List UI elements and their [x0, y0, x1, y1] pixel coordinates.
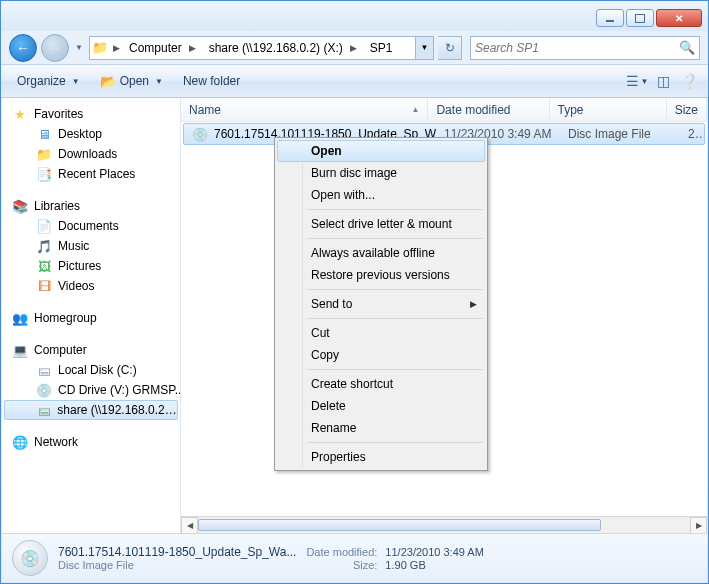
maximize-button[interactable]	[626, 9, 654, 27]
menu-rename[interactable]: Rename	[277, 417, 485, 439]
search-icon[interactable]: 🔍	[677, 40, 695, 55]
chevron-down-icon: ▼	[72, 77, 80, 86]
menu-label: Send to	[311, 297, 352, 311]
tree-computer[interactable]: 💻Computer	[2, 340, 180, 360]
details-filetype: Disc Image File	[58, 559, 296, 571]
address-bar[interactable]: 📁 ▶ Computer▶ share (\\192.168.0.2) (X:)…	[89, 36, 434, 60]
button-label: Organize	[17, 74, 66, 88]
button-label: New folder	[183, 74, 240, 88]
tree-pictures[interactable]: 🖼Pictures	[2, 256, 180, 276]
toolbar: Organize▼ 📂Open▼ New folder ☰▼ ◫ ❔	[1, 64, 708, 98]
chevron-right-icon[interactable]: ▶	[347, 43, 360, 53]
column-label: Date modified	[436, 103, 510, 117]
tree-label: Homegroup	[34, 311, 97, 325]
refresh-button[interactable]: ↻	[438, 36, 462, 60]
button-label: Open	[120, 74, 149, 88]
tree-share-drive[interactable]: 🖴share (\\192.168.0.2) (X:)	[4, 400, 178, 420]
breadcrumb-sp1[interactable]: SP1	[364, 37, 397, 59]
menu-burn-disc-image[interactable]: Burn disc image	[277, 162, 485, 184]
tree-label: CD Drive (V:) GRMSP...	[58, 383, 181, 397]
open-icon: 📂	[100, 73, 116, 89]
videos-icon: 🎞	[36, 278, 52, 294]
tree-cd-drive[interactable]: 💿CD Drive (V:) GRMSP...	[2, 380, 180, 400]
breadcrumb-label: Computer	[129, 41, 182, 55]
menu-copy[interactable]: Copy	[277, 344, 485, 366]
breadcrumb-label: share (\\192.168.0.2) (X:)	[209, 41, 343, 55]
scroll-thumb[interactable]	[198, 519, 601, 531]
tree-libraries[interactable]: 📚Libraries	[2, 196, 180, 216]
titlebar	[1, 1, 708, 31]
tree-videos[interactable]: 🎞Videos	[2, 276, 180, 296]
organize-button[interactable]: Organize▼	[9, 71, 88, 91]
column-date[interactable]: Date modified	[428, 98, 549, 121]
menu-delete[interactable]: Delete	[277, 395, 485, 417]
chevron-right-icon[interactable]: ▶	[110, 43, 123, 53]
libraries-icon: 📚	[12, 198, 28, 214]
search-box[interactable]: 🔍	[470, 36, 700, 60]
breadcrumb-share[interactable]: share (\\192.168.0.2) (X:)▶	[203, 37, 364, 59]
chevron-right-icon[interactable]: ▶	[186, 43, 199, 53]
disc-image-icon: 💿	[12, 540, 48, 576]
tree-network[interactable]: 🌐Network	[2, 432, 180, 452]
details-modified-label: Date modified:	[306, 546, 377, 558]
menu-separator	[307, 238, 483, 239]
menu-always-available-offline[interactable]: Always available offline	[277, 242, 485, 264]
tree-label: Libraries	[34, 199, 80, 213]
homegroup-icon: 👥	[12, 310, 28, 326]
details-name-block: 7601.17514.101119-1850_Update_Sp_Wa... D…	[58, 545, 296, 571]
column-label: Size	[675, 103, 698, 117]
menu-cut[interactable]: Cut	[277, 322, 485, 344]
context-menu: Open Burn disc image Open with... Select…	[274, 137, 488, 471]
tree-label: Recent Places	[58, 167, 135, 181]
menu-select-drive-letter[interactable]: Select drive letter & mount	[277, 213, 485, 235]
menu-open-with[interactable]: Open with...	[277, 184, 485, 206]
tree-favorites[interactable]: ★Favorites	[2, 104, 180, 124]
scroll-right-button[interactable]: ▶	[690, 517, 707, 534]
tree-label: Local Disk (C:)	[58, 363, 137, 377]
pictures-icon: 🖼	[36, 258, 52, 274]
menu-restore-previous-versions[interactable]: Restore previous versions	[277, 264, 485, 286]
address-dropdown[interactable]: ▼	[415, 37, 433, 59]
nav-forward-button[interactable]: →	[41, 34, 69, 62]
menu-label: Always available offline	[311, 246, 435, 260]
tree-label: Downloads	[58, 147, 117, 161]
open-button[interactable]: 📂Open▼	[92, 70, 171, 92]
scroll-left-button[interactable]: ◀	[181, 517, 198, 534]
network-icon: 🌐	[12, 434, 28, 450]
breadcrumb-computer[interactable]: Computer▶	[123, 37, 203, 59]
details-modified-value: 11/23/2010 3:49 AM	[385, 546, 483, 558]
menu-label: Cut	[311, 326, 330, 340]
tree-recent-places[interactable]: 📑Recent Places	[2, 164, 180, 184]
nav-history-dropdown[interactable]: ▼	[73, 35, 85, 61]
nav-back-button[interactable]: ←	[9, 34, 37, 62]
tree-label: Music	[58, 239, 89, 253]
tree-desktop[interactable]: 🖥Desktop	[2, 124, 180, 144]
tree-local-disk[interactable]: 🖴Local Disk (C:)	[2, 360, 180, 380]
recent-icon: 📑	[36, 166, 52, 182]
tree-label: Network	[34, 435, 78, 449]
menu-open[interactable]: Open	[277, 140, 485, 162]
menu-create-shortcut[interactable]: Create shortcut	[277, 373, 485, 395]
menu-label: Create shortcut	[311, 377, 393, 391]
column-name[interactable]: Name▲	[181, 98, 428, 121]
menu-properties[interactable]: Properties	[277, 446, 485, 468]
minimize-button[interactable]	[596, 9, 624, 27]
menu-label: Properties	[311, 450, 366, 464]
preview-pane-button[interactable]: ◫	[652, 70, 674, 92]
tree-homegroup[interactable]: 👥Homegroup	[2, 308, 180, 328]
menu-label: Copy	[311, 348, 339, 362]
cd-icon: 💿	[36, 382, 52, 398]
menu-send-to[interactable]: Send to▶	[277, 293, 485, 315]
column-type[interactable]: Type	[550, 98, 667, 121]
tree-downloads[interactable]: 📁Downloads	[2, 144, 180, 164]
column-size[interactable]: Size	[667, 98, 707, 121]
help-button[interactable]: ❔	[678, 70, 700, 92]
tree-documents[interactable]: 📄Documents	[2, 216, 180, 236]
search-input[interactable]	[475, 41, 677, 55]
scroll-track[interactable]	[198, 517, 690, 533]
view-options-button[interactable]: ☰▼	[626, 70, 648, 92]
tree-music[interactable]: 🎵Music	[2, 236, 180, 256]
close-button[interactable]	[656, 9, 702, 27]
horizontal-scrollbar[interactable]: ◀ ▶	[181, 516, 707, 533]
new-folder-button[interactable]: New folder	[175, 71, 248, 91]
